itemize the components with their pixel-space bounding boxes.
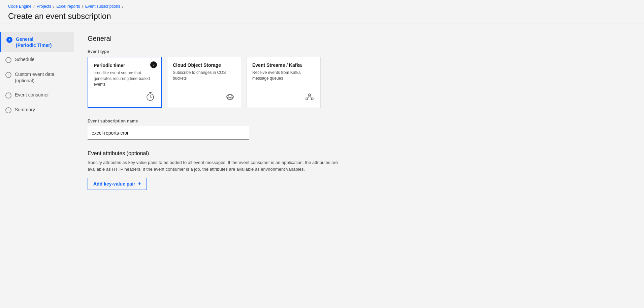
kafka-title: Event Streams / Kafka (252, 62, 315, 68)
step-icon-schedule: ○ (5, 57, 11, 63)
sidebar-label-event-consumer: Event consumer (15, 92, 49, 98)
step-icon-general (6, 37, 12, 43)
page-title: Create an event subscription (8, 11, 636, 21)
cloud-icon (173, 91, 235, 102)
svg-point-1 (9, 39, 10, 40)
kafka-icon (252, 91, 315, 102)
cos-desc: Subscribe to changes in COS buckets (173, 70, 235, 81)
event-card-cloud-object-storage[interactable]: Cloud Object Storage Subscribe to change… (167, 57, 241, 108)
periodic-timer-desc: cron-like event source that generates re… (94, 70, 156, 87)
subscription-name-label: Event subscription name (88, 119, 631, 123)
event-attributes-title: Event attributes (optional) (88, 150, 631, 157)
event-card-kafka[interactable]: Event Streams / Kafka Receive events fro… (247, 57, 321, 108)
step-icon-custom-event: ○ (5, 72, 11, 78)
event-type-label: Event type (88, 49, 631, 54)
cos-title: Cloud Object Storage (173, 62, 235, 68)
sidebar-label-general: General(Periodic Timer) (16, 36, 52, 48)
sidebar-item-schedule[interactable]: ○ Schedule (0, 52, 74, 67)
main-layout: General(Periodic Timer) ○ Schedule ○ Cus… (0, 24, 644, 305)
svg-point-12 (309, 94, 311, 96)
main-content: General Event type Periodic timer cron-l… (74, 24, 644, 305)
sidebar-item-general[interactable]: General(Periodic Timer) (0, 32, 74, 52)
step-icon-summary: ○ (5, 107, 11, 113)
timer-icon (94, 91, 156, 102)
sidebar-item-summary[interactable]: ○ Summary (0, 103, 74, 117)
subscription-name-group: Event subscription name (88, 119, 631, 140)
plus-icon: + (138, 181, 141, 187)
subscription-name-input[interactable] (88, 126, 249, 140)
sidebar-item-event-consumer[interactable]: ○ Event consumer (0, 88, 74, 103)
breadcrumb: Code Engine / Projects / Excel reports /… (8, 4, 636, 9)
footer: Cancel Previous Next (0, 305, 644, 308)
breadcrumb-projects[interactable]: Projects (37, 4, 51, 9)
sidebar-label-custom-event: Custom event data(optional) (15, 71, 55, 83)
step-icon-event-consumer: ○ (5, 92, 11, 99)
event-cards: Periodic timer cron-like event source th… (88, 57, 631, 108)
svg-line-16 (310, 96, 312, 98)
sidebar-item-custom-event[interactable]: ○ Custom event data(optional) (0, 67, 74, 87)
top-bar: Code Engine / Projects / Excel reports /… (0, 0, 644, 24)
periodic-timer-title: Periodic timer (94, 63, 156, 68)
selected-check-icon: ✓ (150, 61, 157, 68)
svg-line-15 (308, 96, 310, 98)
add-key-value-label: Add key-value pair (93, 181, 135, 187)
event-attributes-section: Event attributes (optional) Specify attr… (88, 150, 631, 190)
kafka-desc: Receive events from Kafka message queues (252, 70, 315, 81)
breadcrumb-event-subscriptions[interactable]: Event subscriptions (85, 4, 120, 9)
section-title: General (88, 35, 631, 43)
event-attributes-desc: Specify attributes as key value pairs to… (88, 159, 350, 172)
add-key-value-button[interactable]: Add key-value pair + (88, 178, 147, 190)
breadcrumb-excel-reports[interactable]: Excel reports (56, 4, 80, 9)
sidebar-label-summary: Summary (15, 107, 35, 113)
breadcrumb-code-engine[interactable]: Code Engine (8, 4, 31, 9)
event-card-periodic-timer[interactable]: Periodic timer cron-like event source th… (88, 57, 162, 108)
sidebar-label-schedule: Schedule (15, 56, 34, 62)
sidebar: General(Periodic Timer) ○ Schedule ○ Cus… (0, 24, 74, 305)
